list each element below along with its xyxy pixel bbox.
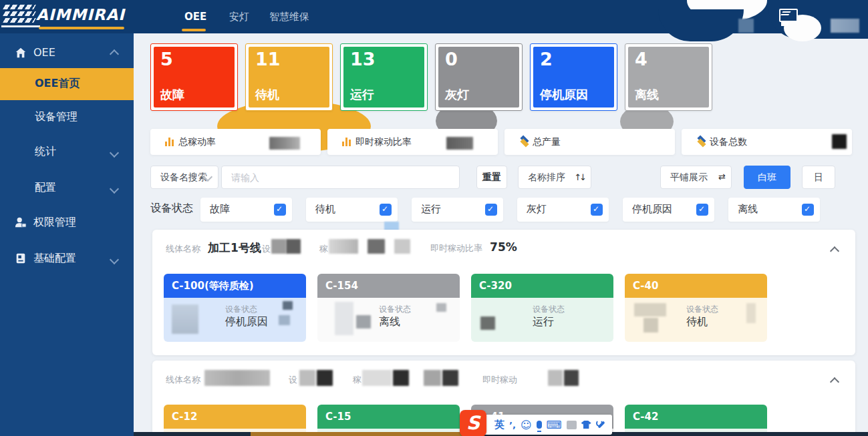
- checkbox-checked-icon[interactable]: [696, 204, 708, 216]
- tile-display-button[interactable]: 平铺展示 ⇄: [660, 166, 732, 189]
- filter-fault[interactable]: 故障: [200, 198, 292, 222]
- filter-offline[interactable]: 离线: [728, 198, 820, 222]
- redacted-detail: [335, 302, 353, 335]
- search-field-select[interactable]: 设备名搜索: [150, 166, 219, 189]
- sidebar-item-label: 权限管理: [33, 216, 76, 230]
- period-day-button[interactable]: 日: [802, 166, 835, 189]
- filter-standby[interactable]: 待机: [306, 198, 398, 222]
- sidebar-item-configuration[interactable]: 配置: [0, 175, 134, 202]
- redacted-value: [446, 137, 473, 150]
- redacted-value: [269, 137, 300, 150]
- reset-button[interactable]: 重置: [476, 166, 507, 189]
- status-label: 灰灯: [445, 87, 469, 103]
- sogou-logo[interactable]: S: [460, 410, 486, 436]
- sidebar-item-oee[interactable]: OEE: [0, 40, 134, 67]
- chevron-down-icon: [110, 255, 119, 264]
- smiley-icon[interactable]: ☺: [521, 419, 532, 431]
- device-card[interactable]: C-40 设备状态 待机: [625, 274, 767, 342]
- sidebar-item-basic-configuration[interactable]: 基础配置: [0, 246, 134, 272]
- device-name: C-12: [164, 405, 306, 429]
- checkbox-checked-icon[interactable]: [380, 204, 392, 216]
- bar-chart-icon: [165, 138, 174, 146]
- news-icon[interactable]: [567, 421, 577, 429]
- search-input[interactable]: [230, 172, 446, 184]
- device-status-value: 离线: [379, 315, 400, 329]
- layers-icon: [696, 136, 707, 146]
- redacted-value: [362, 370, 392, 386]
- device-status-label: 设备状态: [533, 304, 565, 315]
- status-card-downtime[interactable]: 2 停机原因: [530, 43, 617, 111]
- sidebar-item-permission-management[interactable]: 权限管理: [0, 210, 134, 236]
- status-count: 11: [255, 49, 281, 69]
- device-name: C-320: [471, 274, 613, 298]
- tab-oee[interactable]: OEE: [184, 0, 206, 31]
- stat-card-total-devices: 设备总数: [682, 129, 852, 155]
- keyboard-icon[interactable]: ⌨: [547, 419, 562, 431]
- checkbox-checked-icon[interactable]: [802, 204, 814, 216]
- redacted-line-name: [204, 370, 270, 386]
- sort-by-name-button[interactable]: 名称排序 ↑↓: [518, 166, 591, 189]
- stat-label: 总产量: [533, 136, 561, 148]
- status-card-fault[interactable]: 5 故障: [150, 43, 238, 111]
- device-card[interactable]: C-12: [164, 405, 306, 436]
- device-card[interactable]: C-154 设备状态 离线: [317, 274, 460, 342]
- partial-label: 即时稼动: [482, 375, 517, 385]
- device-card[interactable]: C-42: [625, 405, 767, 436]
- filter-label: 停机原因: [632, 203, 672, 216]
- sidebar-item-oee-home[interactable]: OEE首页: [0, 68, 134, 100]
- filter-label: 离线: [738, 203, 758, 216]
- redacted-value: [286, 239, 301, 254]
- status-card-offline[interactable]: 4 离线: [625, 43, 712, 111]
- stat-label: 设备总数: [710, 136, 747, 148]
- redacted-value: [368, 239, 385, 254]
- sidebar: OEE OEE首页 设备管理 统计 配置 权限管理: [0, 33, 134, 436]
- tab-andon[interactable]: 安灯: [229, 0, 249, 31]
- device-card[interactable]: C-100(等待质检) 设备状态 停机原因: [164, 274, 306, 342]
- redacted-value: [329, 239, 358, 254]
- bar-chart-icon: [342, 138, 351, 146]
- sidebar-item-device-management[interactable]: 设备管理: [0, 104, 134, 131]
- logo-underline: [39, 27, 124, 29]
- collapse-button[interactable]: [831, 244, 838, 257]
- status-card-graylight[interactable]: 0 灰灯: [435, 43, 523, 111]
- collapse-button[interactable]: [831, 375, 838, 388]
- partial-label: 稼: [319, 244, 328, 254]
- day-shift-button[interactable]: 白班: [744, 166, 790, 189]
- line-name-label: 线体名称: [166, 244, 200, 254]
- status-count: 13: [350, 49, 376, 69]
- checkbox-checked-icon[interactable]: [274, 204, 286, 216]
- checkbox-checked-icon[interactable]: [485, 204, 497, 216]
- logo-stripes-icon: [4, 5, 35, 25]
- ime-language-mode[interactable]: 英: [494, 419, 504, 431]
- skin-icon[interactable]: [581, 421, 591, 429]
- status-card-running[interactable]: 13 运行: [340, 43, 428, 111]
- filter-graylight[interactable]: 灰灯: [517, 198, 609, 222]
- checkbox-checked-icon[interactable]: [591, 204, 603, 216]
- line-name-label: 线体名称: [166, 375, 200, 385]
- status-label: 故障: [160, 87, 184, 103]
- redacted-value: [299, 370, 315, 386]
- line-card-1: 线体名称 加工1号线 设 稼 即时稼动比率 75% C-100(等待质检): [152, 230, 855, 355]
- redacted-value: [317, 370, 333, 386]
- tab-smart-maintenance[interactable]: 智慧维保: [269, 0, 309, 31]
- status-label: 停机原因: [540, 87, 588, 103]
- device-card[interactable]: C-320 设备状态 运行: [471, 274, 613, 342]
- filter-downtime[interactable]: 停机原因: [623, 198, 714, 222]
- status-card-standby[interactable]: 11 待机: [245, 43, 333, 111]
- sidebar-item-label: 统计: [35, 145, 56, 159]
- sidebar-item-label: 配置: [35, 181, 56, 195]
- ime-punctuation-mode[interactable]: ’,: [509, 420, 516, 430]
- monitor-icon[interactable]: [779, 9, 798, 22]
- device-status-label: 设备状态: [686, 304, 718, 315]
- sidebar-item-statistics[interactable]: 统计: [0, 139, 134, 166]
- device-card[interactable]: C-15: [317, 405, 460, 436]
- chevron-down-icon: [110, 148, 119, 158]
- redacted-detail: [634, 303, 666, 316]
- microphone-icon[interactable]: [537, 421, 542, 429]
- swap-arrows-icon: ⇄: [718, 172, 726, 182]
- redacted-detail: [356, 315, 371, 329]
- wrench-icon[interactable]: [596, 420, 605, 429]
- redacted-value: [394, 239, 410, 254]
- filter-running[interactable]: 运行: [412, 198, 503, 222]
- device-status-label: 设备状态: [379, 304, 411, 315]
